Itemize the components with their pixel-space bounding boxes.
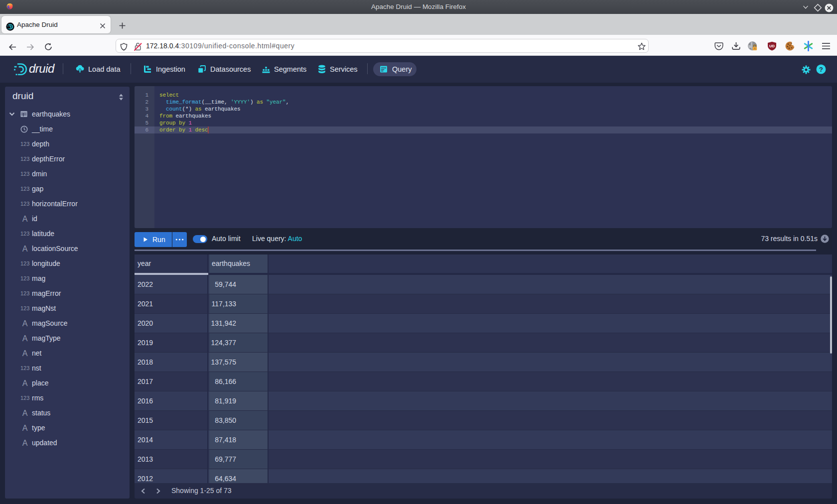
svg-text:?: ? [819,66,823,73]
svg-text:UD: UD [769,44,775,48]
